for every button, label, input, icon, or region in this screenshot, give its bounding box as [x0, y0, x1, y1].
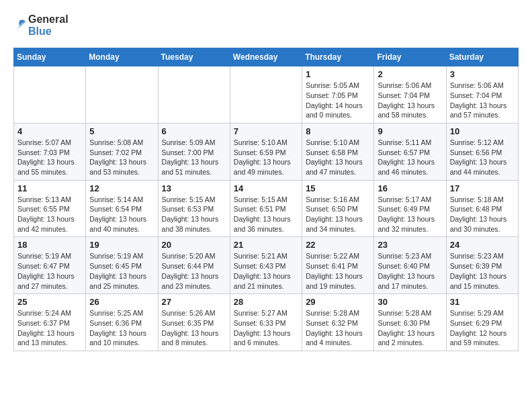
calendar-cell: 12Sunrise: 5:14 AMSunset: 6:54 PMDayligh… [86, 180, 158, 237]
day-info: Sunrise: 5:22 AMSunset: 6:41 PMDaylight:… [306, 251, 370, 291]
calendar-cell: 11Sunrise: 5:13 AMSunset: 6:55 PMDayligh… [14, 180, 86, 237]
calendar-week-2: 4Sunrise: 5:07 AMSunset: 7:03 PMDaylight… [14, 123, 519, 180]
day-number: 25 [17, 297, 82, 307]
day-number: 1 [306, 69, 370, 79]
calendar-cell: 4Sunrise: 5:07 AMSunset: 7:03 PMDaylight… [14, 123, 86, 180]
day-info: Sunrise: 5:19 AMSunset: 6:47 PMDaylight:… [17, 251, 82, 291]
col-header-thursday: Thursday [302, 48, 374, 66]
day-number: 12 [89, 183, 154, 193]
day-info: Sunrise: 5:25 AMSunset: 6:36 PMDaylight:… [89, 308, 154, 348]
day-number: 11 [17, 183, 82, 193]
calendar-cell [230, 66, 302, 124]
calendar-cell: 13Sunrise: 5:15 AMSunset: 6:53 PMDayligh… [158, 180, 230, 237]
day-info: Sunrise: 5:28 AMSunset: 6:30 PMDaylight:… [378, 308, 442, 348]
day-number: 3 [450, 69, 515, 79]
day-info: Sunrise: 5:18 AMSunset: 6:48 PMDaylight:… [450, 195, 515, 234]
logo-text-general: General [28, 13, 69, 26]
col-header-monday: Monday [86, 48, 158, 66]
day-number: 28 [234, 297, 298, 307]
col-header-wednesday: Wednesday [230, 48, 302, 66]
day-info: Sunrise: 5:29 AMSunset: 6:29 PMDaylight:… [450, 308, 515, 348]
calendar-cell: 9Sunrise: 5:11 AMSunset: 6:57 PMDaylight… [374, 123, 446, 180]
calendar-cell: 22Sunrise: 5:22 AMSunset: 6:41 PMDayligh… [302, 237, 374, 294]
calendar-cell: 15Sunrise: 5:16 AMSunset: 6:50 PMDayligh… [302, 180, 374, 237]
calendar-week-5: 25Sunrise: 5:24 AMSunset: 6:37 PMDayligh… [14, 294, 519, 351]
calendar-cell: 17Sunrise: 5:18 AMSunset: 6:48 PMDayligh… [446, 180, 518, 237]
calendar-cell: 3Sunrise: 5:06 AMSunset: 7:04 PMDaylight… [446, 66, 518, 124]
col-header-tuesday: Tuesday [158, 48, 230, 66]
calendar-cell: 7Sunrise: 5:10 AMSunset: 6:59 PMDaylight… [230, 123, 302, 180]
day-number: 16 [378, 183, 442, 193]
calendar-cell: 28Sunrise: 5:27 AMSunset: 6:33 PMDayligh… [230, 294, 302, 351]
day-number: 24 [450, 240, 515, 250]
day-number: 29 [306, 297, 370, 307]
day-info: Sunrise: 5:28 AMSunset: 6:32 PMDaylight:… [306, 308, 370, 348]
day-info: Sunrise: 5:20 AMSunset: 6:44 PMDaylight:… [162, 251, 226, 291]
day-info: Sunrise: 5:13 AMSunset: 6:55 PMDaylight:… [17, 195, 82, 234]
day-number: 13 [162, 183, 226, 193]
calendar-cell: 20Sunrise: 5:20 AMSunset: 6:44 PMDayligh… [158, 237, 230, 294]
calendar-cell: 30Sunrise: 5:28 AMSunset: 6:30 PMDayligh… [374, 294, 446, 351]
calendar-cell: 25Sunrise: 5:24 AMSunset: 6:37 PMDayligh… [14, 294, 86, 351]
day-number: 27 [162, 297, 226, 307]
calendar-cell: 10Sunrise: 5:12 AMSunset: 6:56 PMDayligh… [446, 123, 518, 180]
day-info: Sunrise: 5:15 AMSunset: 6:53 PMDaylight:… [162, 195, 226, 234]
logo: General Blue [13, 13, 69, 37]
day-number: 30 [378, 297, 442, 307]
day-info: Sunrise: 5:07 AMSunset: 7:03 PMDaylight:… [17, 138, 82, 177]
calendar-header-row: SundayMondayTuesdayWednesdayThursdayFrid… [14, 48, 519, 66]
day-number: 5 [89, 126, 154, 136]
logo-bird-icon [13, 19, 27, 32]
day-number: 17 [450, 183, 515, 193]
calendar-cell: 29Sunrise: 5:28 AMSunset: 6:32 PMDayligh… [302, 294, 374, 351]
day-info: Sunrise: 5:05 AMSunset: 7:05 PMDaylight:… [306, 81, 370, 120]
calendar-cell: 24Sunrise: 5:23 AMSunset: 6:39 PMDayligh… [446, 237, 518, 294]
calendar-cell: 26Sunrise: 5:25 AMSunset: 6:36 PMDayligh… [86, 294, 158, 351]
calendar-cell: 1Sunrise: 5:05 AMSunset: 7:05 PMDaylight… [302, 66, 374, 124]
calendar-cell: 19Sunrise: 5:19 AMSunset: 6:45 PMDayligh… [86, 237, 158, 294]
day-info: Sunrise: 5:14 AMSunset: 6:54 PMDaylight:… [89, 195, 154, 234]
calendar-cell: 21Sunrise: 5:21 AMSunset: 6:43 PMDayligh… [230, 237, 302, 294]
day-info: Sunrise: 5:26 AMSunset: 6:35 PMDaylight:… [162, 308, 226, 348]
calendar-cell: 16Sunrise: 5:17 AMSunset: 6:49 PMDayligh… [374, 180, 446, 237]
day-info: Sunrise: 5:10 AMSunset: 6:58 PMDaylight:… [306, 138, 370, 177]
day-info: Sunrise: 5:27 AMSunset: 6:33 PMDaylight:… [234, 308, 298, 348]
day-info: Sunrise: 5:21 AMSunset: 6:43 PMDaylight:… [234, 251, 298, 291]
day-info: Sunrise: 5:09 AMSunset: 7:00 PMDaylight:… [162, 138, 226, 177]
calendar-cell: 2Sunrise: 5:06 AMSunset: 7:04 PMDaylight… [374, 66, 446, 124]
calendar-cell [158, 66, 230, 124]
col-header-friday: Friday [374, 48, 446, 66]
day-number: 20 [162, 240, 226, 250]
day-number: 4 [17, 126, 82, 136]
col-header-sunday: Sunday [14, 48, 86, 66]
calendar-cell: 6Sunrise: 5:09 AMSunset: 7:00 PMDaylight… [158, 123, 230, 180]
calendar-cell: 18Sunrise: 5:19 AMSunset: 6:47 PMDayligh… [14, 237, 86, 294]
calendar-cell: 31Sunrise: 5:29 AMSunset: 6:29 PMDayligh… [446, 294, 518, 351]
day-number: 10 [450, 126, 515, 136]
day-info: Sunrise: 5:11 AMSunset: 6:57 PMDaylight:… [378, 138, 442, 177]
calendar-cell [86, 66, 158, 124]
calendar-cell: 23Sunrise: 5:23 AMSunset: 6:40 PMDayligh… [374, 237, 446, 294]
calendar-cell: 8Sunrise: 5:10 AMSunset: 6:58 PMDaylight… [302, 123, 374, 180]
calendar-week-1: 1Sunrise: 5:05 AMSunset: 7:05 PMDaylight… [14, 66, 519, 124]
day-info: Sunrise: 5:10 AMSunset: 6:59 PMDaylight:… [234, 138, 298, 177]
day-number: 19 [89, 240, 154, 250]
day-info: Sunrise: 5:06 AMSunset: 7:04 PMDaylight:… [450, 81, 515, 120]
day-info: Sunrise: 5:24 AMSunset: 6:37 PMDaylight:… [17, 308, 82, 348]
day-number: 31 [450, 297, 515, 307]
day-info: Sunrise: 5:23 AMSunset: 6:40 PMDaylight:… [378, 251, 442, 291]
day-info: Sunrise: 5:06 AMSunset: 7:04 PMDaylight:… [378, 81, 442, 120]
day-info: Sunrise: 5:12 AMSunset: 6:56 PMDaylight:… [450, 138, 515, 177]
calendar-table: SundayMondayTuesdayWednesdayThursdayFrid… [13, 48, 519, 351]
day-info: Sunrise: 5:15 AMSunset: 6:51 PMDaylight:… [234, 195, 298, 234]
day-number: 14 [234, 183, 298, 193]
day-number: 23 [378, 240, 442, 250]
day-number: 7 [234, 126, 298, 136]
calendar-cell: 27Sunrise: 5:26 AMSunset: 6:35 PMDayligh… [158, 294, 230, 351]
day-number: 22 [306, 240, 370, 250]
day-info: Sunrise: 5:23 AMSunset: 6:39 PMDaylight:… [450, 251, 515, 291]
day-number: 18 [17, 240, 82, 250]
day-info: Sunrise: 5:17 AMSunset: 6:49 PMDaylight:… [378, 195, 442, 234]
calendar-cell: 5Sunrise: 5:08 AMSunset: 7:02 PMDaylight… [86, 123, 158, 180]
day-number: 21 [234, 240, 298, 250]
